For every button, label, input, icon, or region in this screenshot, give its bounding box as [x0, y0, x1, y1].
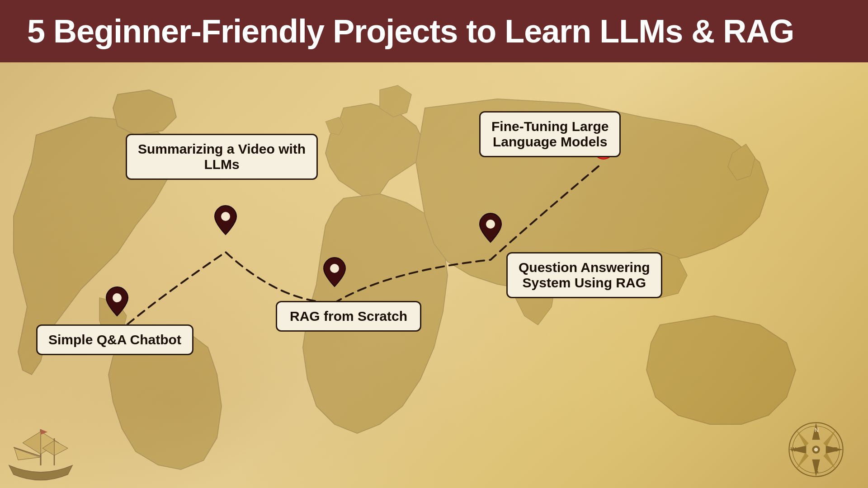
svg-text:N: N [815, 427, 819, 433]
page-wrapper: 5 Beginner-Friendly Projects to Learn LL… [0, 0, 868, 488]
svg-marker-13 [823, 430, 836, 447]
compass-decoration: N S E W [787, 420, 845, 479]
svg-point-0 [113, 293, 122, 302]
label-fine-tuning: Fine-Tuning Large Language Models [479, 111, 621, 157]
label-rag-scratch: RAG from Scratch [276, 301, 421, 332]
svg-point-2 [330, 264, 339, 273]
page-title: 5 Beginner-Friendly Projects to Learn LL… [27, 13, 841, 50]
label-chatbot: Simple Q&A Chatbot [36, 324, 193, 355]
svg-point-1 [221, 212, 230, 221]
world-map [0, 62, 868, 488]
svg-point-3 [486, 220, 495, 229]
pin-chatbot [105, 286, 129, 319]
header-bar: 5 Beginner-Friendly Projects to Learn LL… [0, 0, 868, 62]
svg-marker-15 [823, 453, 836, 470]
label-qa-rag: Question Answering System Using RAG [506, 252, 662, 298]
map-area: Simple Q&A Chatbot Summarizing a Video w… [0, 62, 868, 488]
pin-rag-scratch [323, 257, 346, 289]
svg-marker-14 [796, 430, 809, 447]
pin-video [214, 205, 237, 237]
svg-text:E: E [834, 446, 838, 453]
svg-marker-16 [796, 453, 809, 470]
label-video: Summarizing a Video with LLMs [126, 134, 318, 180]
ship-decoration [5, 420, 77, 483]
pin-qa-rag [479, 212, 502, 245]
svg-text:W: W [791, 446, 797, 453]
svg-point-18 [814, 448, 818, 452]
svg-text:S: S [815, 468, 819, 474]
